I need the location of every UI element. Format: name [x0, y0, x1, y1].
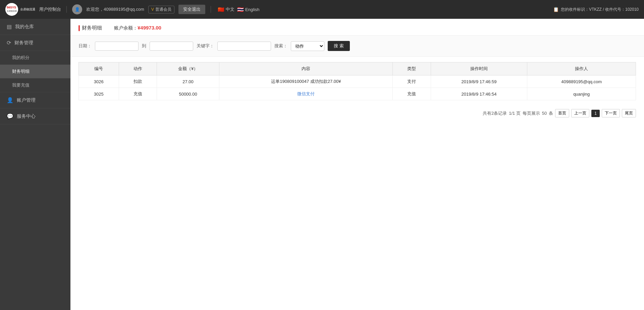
lang-en[interactable]: 🇹🇭 English [237, 6, 260, 13]
table-row: 3026扣款27.00运单190809100047 成功扣款27.00¥支付20… [79, 75, 636, 88]
finance-icon: ⟳ [7, 40, 11, 46]
logo-tagline: 全易物流通 [20, 8, 35, 11]
lang-en-label: English [245, 7, 260, 12]
cell-id: 3025 [79, 88, 119, 100]
vip-badge: V 普通会员 [148, 6, 174, 13]
vip-icon: V [151, 7, 154, 12]
cell-type: 支付 [393, 75, 431, 88]
sidebar-item-warehouse[interactable]: ▤ 我的仓库 [0, 19, 70, 35]
next-page-button[interactable]: 下一页 [602, 109, 620, 117]
search-button[interactable]: 搜 索 [328, 41, 350, 51]
logo: 56SYS 全易物流通 全易物流通 [5, 3, 35, 16]
cell-action: 充值 [119, 88, 157, 100]
first-page-button[interactable]: 首页 [555, 109, 569, 117]
flag-th: 🇹🇭 [237, 6, 244, 13]
sidebar-points-label: 我的积分 [12, 55, 30, 61]
search-category-label: 搜索： [274, 43, 287, 49]
cell-time: 2019/8/9 17:46:59 [431, 75, 527, 88]
sidebar-item-recharge[interactable]: 我要充值 [0, 79, 70, 92]
current-page-button[interactable]: 1 [591, 110, 600, 117]
date-to-input[interactable] [150, 42, 193, 51]
sidebar-item-finance[interactable]: ⟳ 财务管理 [0, 35, 70, 51]
svg-text:56SYS: 56SYS [7, 6, 16, 9]
divider-2 [211, 6, 211, 13]
main-content: 财务明细 账户余额：¥49973.00 日期： 到 关键字： 搜索： 动作 充值… [70, 19, 644, 310]
balance-label: 账户余额： [114, 25, 138, 31]
account-icon: 👤 [7, 97, 13, 103]
per-page-unit: 条 [549, 110, 553, 116]
cell-amount: 27.00 [157, 75, 219, 88]
last-page-button[interactable]: 尾页 [622, 109, 636, 117]
col-id: 编号 [79, 62, 119, 75]
account-balance: 账户余额：¥49973.00 [114, 25, 161, 31]
control-label: 用户控制台 [39, 6, 61, 12]
lang-zh[interactable]: 🇨🇳 中文 [218, 6, 234, 13]
welcome-text: 欢迎您，409889195@qq.com [86, 6, 144, 12]
per-page-value: 50 [542, 111, 547, 116]
lang-zh-label: 中文 [226, 6, 234, 12]
sidebar-item-account[interactable]: 👤 账户管理 [0, 92, 70, 108]
date-from-input[interactable] [95, 42, 139, 51]
sidebar-item-points[interactable]: 我的积分 [0, 51, 70, 65]
sidebar-item-service[interactable]: 💬 服务中心 [0, 108, 70, 124]
sidebar-finance-label: 财务管理 [14, 40, 33, 46]
logo-icon: 56SYS 全易物流通 [5, 3, 18, 16]
header-identifier: 📋 您的收件标识：VTKZZ / 收件代号：102010 [553, 7, 639, 12]
keyword-input[interactable] [217, 42, 271, 51]
sidebar-recharge-label: 我要充值 [12, 82, 30, 88]
total-records: 共有2条记录 [483, 110, 507, 116]
divider-1 [66, 6, 67, 13]
avatar: 👤 [72, 4, 82, 14]
service-icon: 💬 [7, 113, 13, 119]
page-title-group: 财务明细 [78, 25, 102, 31]
table-container: 编号 动作 金额（¥） 内容 类型 操作时间 操作人 3026扣款27.00运单… [70, 57, 644, 106]
per-page-label: 每页展示 [523, 110, 540, 116]
col-content: 内容 [219, 62, 393, 75]
svg-text:全易物流通: 全易物流通 [6, 10, 17, 12]
identifier-icon: 📋 [553, 7, 559, 12]
identifier-text: 您的收件标识：VTKZZ / 收件代号：102010 [561, 7, 639, 12]
search-bar: 日期： 到 关键字： 搜索： 动作 充值 支付 搜 索 [70, 36, 644, 57]
cell-action: 扣款 [119, 75, 157, 88]
sidebar-finance-detail-label: 财务明细 [12, 68, 30, 74]
sidebar-service-label: 服务中心 [17, 113, 36, 119]
cell-content[interactable]: 微信支付 [219, 88, 393, 100]
date-to-label: 到 [142, 43, 146, 49]
cell-id: 3026 [79, 75, 119, 88]
date-label: 日期： [78, 43, 92, 49]
col-time: 操作时间 [431, 62, 527, 75]
col-amount: 金额（¥） [157, 62, 219, 75]
sidebar-account-label: 账户管理 [17, 97, 36, 103]
finance-table: 编号 动作 金额（¥） 内容 类型 操作时间 操作人 3026扣款27.00运单… [78, 62, 636, 100]
action-select[interactable]: 动作 充值 支付 [291, 41, 324, 51]
table-row: 3025充值50000.00微信支付充值2019/8/9 17:46:54qua… [79, 88, 636, 100]
col-operator: 操作人 [527, 62, 636, 75]
title-bar-decoration [78, 25, 80, 31]
col-action: 动作 [119, 62, 157, 75]
table-header-row: 编号 动作 金额（¥） 内容 类型 操作时间 操作人 [79, 62, 636, 75]
cell-operator: 409889195@qq.com [527, 75, 636, 88]
cell-operator: quanjing [527, 88, 636, 100]
logout-button[interactable]: 安全退出 [178, 5, 205, 14]
cell-type: 充值 [393, 88, 431, 100]
balance-value: ¥49973.00 [138, 25, 161, 31]
col-type: 类型 [393, 62, 431, 75]
cell-time: 2019/8/9 17:46:54 [431, 88, 527, 100]
prev-page-button[interactable]: 上一页 [571, 109, 589, 117]
page-header: 财务明细 账户余额：¥49973.00 [70, 19, 644, 36]
sidebar-item-finance-detail[interactable]: 财务明细 [0, 65, 70, 79]
layout: ▤ 我的仓库 ⟳ 财务管理 我的积分 财务明细 我要充值 👤 账户管理 💬 服务… [0, 19, 644, 310]
page-info: 1/1 页 [509, 110, 521, 116]
svg-point-0 [5, 3, 18, 16]
logo-text: 全易物流通 [20, 8, 35, 11]
cell-content: 运单190809100047 成功扣款27.00¥ [219, 75, 393, 88]
vip-label: 普通会员 [155, 7, 171, 12]
header: 56SYS 全易物流通 全易物流通 用户控制台 👤 欢迎您，409889195@… [0, 0, 644, 19]
flag-cn: 🇨🇳 [218, 6, 224, 13]
keyword-label: 关键字： [197, 43, 214, 49]
pagination: 共有2条记录 1/1 页 每页展示 50 条 首页 上一页 1 下一页 尾页 [70, 106, 644, 121]
language-group: 🇨🇳 中文 🇹🇭 English [218, 6, 260, 13]
page-title: 财务明细 [82, 25, 102, 31]
sidebar-warehouse-label: 我的仓库 [15, 24, 34, 30]
sidebar: ▤ 我的仓库 ⟳ 财务管理 我的积分 财务明细 我要充值 👤 账户管理 💬 服务… [0, 19, 70, 310]
